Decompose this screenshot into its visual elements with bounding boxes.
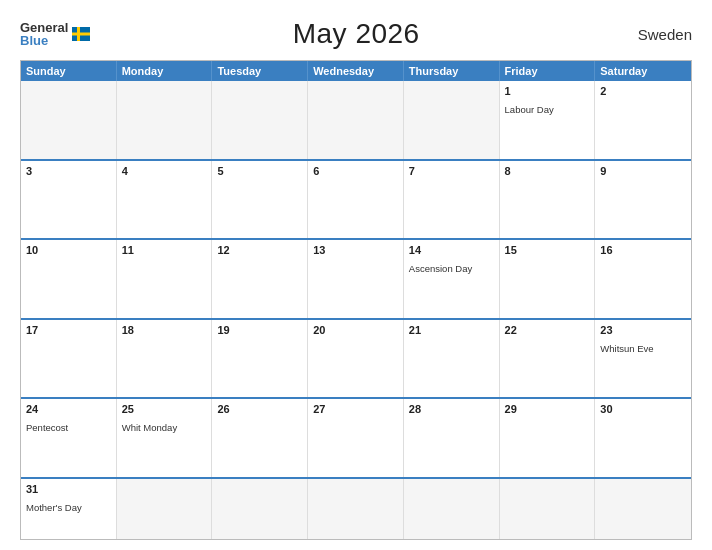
day-number: 27 [313,403,398,415]
day-number: 19 [217,324,302,336]
day-number: 11 [122,244,207,256]
day-number: 15 [505,244,590,256]
calendar-cell: 24Pentecost [21,399,117,477]
calendar-cell: 18 [117,320,213,398]
calendar-cell: 19 [212,320,308,398]
calendar-cell [21,81,117,159]
calendar-cell: 2 [595,81,691,159]
calendar-cell: 3 [21,161,117,239]
calendar-cell: 12 [212,240,308,318]
calendar-cell [308,81,404,159]
calendar-cell [212,479,308,539]
calendar-row: 1011121314Ascension Day1516 [21,238,691,318]
calendar-cell [404,479,500,539]
day-number: 17 [26,324,111,336]
header-tuesday: Tuesday [212,61,308,81]
calendar-cell: 14Ascension Day [404,240,500,318]
flag-icon [72,27,90,41]
calendar-cell: 6 [308,161,404,239]
day-number: 5 [217,165,302,177]
day-number: 18 [122,324,207,336]
holiday-label: Whit Monday [122,422,177,433]
calendar-cell: 16 [595,240,691,318]
calendar-cell: 13 [308,240,404,318]
calendar-row: 3456789 [21,159,691,239]
calendar-cell: 30 [595,399,691,477]
logo-blue: Blue [20,34,48,47]
day-number: 23 [600,324,686,336]
country-label: Sweden [622,26,692,43]
svg-rect-2 [72,33,90,36]
calendar-cell [500,479,596,539]
calendar-cell: 5 [212,161,308,239]
calendar-cell [117,479,213,539]
calendar-cell [595,479,691,539]
holiday-label: Pentecost [26,422,68,433]
calendar-cell: 1Labour Day [500,81,596,159]
calendar-cell: 27 [308,399,404,477]
month-title: May 2026 [90,18,622,50]
calendar-cell: 10 [21,240,117,318]
calendar-row: 24Pentecost25Whit Monday2627282930 [21,397,691,477]
day-number: 7 [409,165,494,177]
day-number: 12 [217,244,302,256]
calendar-row: 1Labour Day2 [21,81,691,159]
day-number: 28 [409,403,494,415]
calendar-cell: 11 [117,240,213,318]
page-header: General Blue May 2026 Sweden [20,18,692,50]
day-number: 10 [26,244,111,256]
calendar-row: 17181920212223Whitsun Eve [21,318,691,398]
day-number: 29 [505,403,590,415]
header-friday: Friday [500,61,596,81]
calendar-cell: 23Whitsun Eve [595,320,691,398]
calendar-grid: Sunday Monday Tuesday Wednesday Thursday… [20,60,692,540]
holiday-label: Labour Day [505,104,554,115]
calendar-cell: 28 [404,399,500,477]
day-number: 24 [26,403,111,415]
day-number: 1 [505,85,590,97]
day-number: 9 [600,165,686,177]
day-number: 6 [313,165,398,177]
day-number: 22 [505,324,590,336]
day-number: 16 [600,244,686,256]
calendar-cell: 22 [500,320,596,398]
holiday-label: Ascension Day [409,263,472,274]
calendar-body: 1Labour Day234567891011121314Ascension D… [21,81,691,539]
day-number: 20 [313,324,398,336]
calendar-header: Sunday Monday Tuesday Wednesday Thursday… [21,61,691,81]
day-number: 13 [313,244,398,256]
header-sunday: Sunday [21,61,117,81]
calendar-cell: 20 [308,320,404,398]
header-monday: Monday [117,61,213,81]
day-number: 4 [122,165,207,177]
calendar-cell: 17 [21,320,117,398]
calendar-cell [308,479,404,539]
holiday-label: Whitsun Eve [600,343,653,354]
day-number: 14 [409,244,494,256]
calendar-row: 31Mother's Day [21,477,691,539]
calendar-cell: 4 [117,161,213,239]
header-saturday: Saturday [595,61,691,81]
calendar-cell: 26 [212,399,308,477]
header-wednesday: Wednesday [308,61,404,81]
header-thursday: Thursday [404,61,500,81]
calendar-cell: 25Whit Monday [117,399,213,477]
day-number: 8 [505,165,590,177]
holiday-label: Mother's Day [26,502,82,513]
calendar-cell: 21 [404,320,500,398]
calendar-cell: 15 [500,240,596,318]
day-number: 25 [122,403,207,415]
calendar-page: General Blue May 2026 Sweden Sunday Mond… [0,0,712,550]
day-number: 30 [600,403,686,415]
calendar-cell: 7 [404,161,500,239]
day-number: 26 [217,403,302,415]
day-number: 21 [409,324,494,336]
day-number: 31 [26,483,111,495]
day-number: 3 [26,165,111,177]
calendar-cell: 31Mother's Day [21,479,117,539]
logo: General Blue [20,21,90,47]
calendar-cell: 29 [500,399,596,477]
calendar-cell [212,81,308,159]
day-number: 2 [600,85,686,97]
calendar-cell [117,81,213,159]
